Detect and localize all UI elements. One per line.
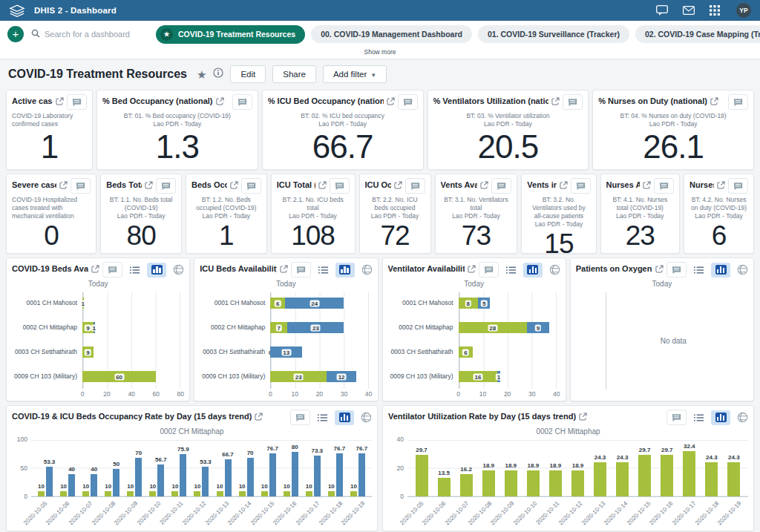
table-view-icon[interactable]: [693, 413, 704, 422]
open-in-app-icon[interactable]: [230, 181, 238, 189]
open-in-app-icon[interactable]: [480, 181, 488, 189]
bar-segment: 16: [459, 371, 498, 382]
open-in-app-icon[interactable]: [655, 265, 664, 273]
bar-chart-icon[interactable]: [335, 263, 355, 278]
stat-card-title: Nurses o...: [689, 180, 714, 189]
open-in-app-icon[interactable]: [560, 181, 568, 189]
subtitle-line: Lao PDR - Today: [191, 212, 261, 220]
open-in-app-icon[interactable]: [91, 265, 99, 273]
open-in-app-icon[interactable]: [394, 181, 402, 189]
favorite-star-icon[interactable]: ★: [197, 69, 206, 80]
x-axis-label: 2020-10-09: [489, 500, 515, 526]
comment-icon[interactable]: [102, 262, 122, 278]
map-view-icon[interactable]: [737, 264, 748, 275]
bar-chart-icon[interactable]: [335, 410, 354, 425]
open-in-app-icon[interactable]: [56, 97, 64, 105]
add-dashboard-button[interactable]: +: [7, 26, 24, 42]
chart-category-row: 0009 CH 103 (Military)2312: [200, 364, 372, 389]
apps-grid-icon[interactable]: [710, 5, 721, 16]
comment-icon[interactable]: [479, 262, 499, 278]
user-avatar[interactable]: YP: [736, 3, 751, 18]
map-view-icon[interactable]: [361, 412, 372, 423]
dashboard-chip-selected[interactable]: ★ COVID-19 Treatment Resources: [156, 25, 305, 44]
bar-segment: 29.7: [416, 455, 428, 496]
open-in-app-icon[interactable]: [579, 413, 587, 421]
bar-group: 32.4: [683, 441, 695, 496]
comment-icon[interactable]: [654, 178, 674, 194]
dashboard-chip[interactable]: 00. COVID-19 Management Dashboard: [311, 25, 472, 43]
open-in-app-icon[interactable]: [387, 97, 395, 105]
chart-title: COVID-19 Beds Availa...: [12, 264, 88, 273]
bar-chart-icon[interactable]: [711, 263, 730, 278]
comment-icon[interactable]: [156, 178, 176, 194]
add-filter-button[interactable]: Add filter▼: [323, 65, 387, 83]
comment-icon[interactable]: [571, 178, 591, 194]
map-view-icon[interactable]: [361, 264, 373, 275]
table-view-icon[interactable]: [693, 266, 704, 275]
dashboard-search[interactable]: [31, 27, 148, 41]
stat-card: Beds Occupie...BT: 1.2. No. Beds occupie…: [186, 174, 267, 254]
bar-chart-icon[interactable]: [711, 410, 730, 425]
open-in-app-icon[interactable]: [59, 181, 68, 189]
stat-card-value: 23: [606, 220, 675, 252]
chart-category-row: 0001 CH Mahosot1: [12, 291, 184, 315]
bar-value-label: 10: [306, 483, 312, 490]
open-in-app-icon[interactable]: [255, 413, 263, 421]
bar-segment: 10: [306, 491, 312, 497]
bar-chart-icon[interactable]: [523, 263, 543, 278]
category-label: 0009 CH 103 (Military): [200, 372, 270, 380]
share-button[interactable]: Share: [272, 65, 316, 83]
mail-icon[interactable]: [683, 5, 695, 16]
comment-icon[interactable]: [728, 178, 748, 194]
open-in-app-icon[interactable]: [643, 181, 651, 189]
stat-card-title: % ICU Bed Occupancy (national): [268, 96, 384, 105]
edit-button[interactable]: Edit: [230, 65, 266, 83]
open-in-app-icon[interactable]: [717, 181, 725, 189]
stat-card-title: Active cases: [12, 96, 53, 105]
info-icon[interactable]: [213, 68, 223, 81]
comment-icon[interactable]: [491, 178, 511, 194]
comment-icon[interactable]: [563, 94, 583, 110]
table-view-icon[interactable]: [505, 266, 517, 275]
map-view-icon[interactable]: [549, 264, 560, 275]
show-more-button[interactable]: Show more: [0, 47, 760, 59]
comment-icon[interactable]: [232, 94, 252, 110]
open-in-app-icon[interactable]: [710, 97, 718, 105]
comment-icon[interactable]: [67, 94, 87, 110]
comment-icon[interactable]: [728, 94, 748, 110]
open-in-app-icon[interactable]: [145, 181, 153, 189]
comment-icon[interactable]: [666, 410, 687, 425]
category-label: 0001 CH Mahosot: [200, 299, 270, 306]
bar-value-label: 18.9: [550, 462, 562, 469]
open-in-app-icon[interactable]: [318, 181, 327, 189]
chart-subtitle: Today: [12, 280, 184, 288]
comment-icon[interactable]: [666, 262, 687, 278]
comment-icon[interactable]: [405, 178, 425, 194]
comment-icon[interactable]: [291, 262, 311, 278]
bar-group: 1050: [105, 441, 119, 496]
table-view-icon[interactable]: [318, 266, 329, 275]
bar-value-label: 9: [535, 324, 541, 331]
open-in-app-icon[interactable]: [216, 97, 224, 105]
table-view-icon[interactable]: [129, 266, 140, 275]
bar-chart-icon[interactable]: [147, 263, 166, 278]
dhis2-logo-icon[interactable]: [0, 4, 34, 17]
comment-icon[interactable]: [398, 94, 418, 110]
comment-icon[interactable]: [71, 178, 91, 194]
map-view-icon[interactable]: [737, 412, 748, 423]
comment-icon[interactable]: [290, 410, 310, 425]
dashboard-search-input[interactable]: [45, 30, 148, 39]
map-view-icon[interactable]: [173, 264, 184, 275]
dashboard-content: Active casesCOVID-19 Laboratory confirme…: [0, 87, 760, 531]
chart-subtitle: Today: [200, 280, 372, 288]
open-in-app-icon[interactable]: [280, 265, 288, 273]
table-view-icon[interactable]: [317, 413, 328, 422]
dashboard-chip[interactable]: 02. COVID-19 Case Mapping (Tracker): [635, 25, 760, 43]
open-in-app-icon[interactable]: [468, 265, 476, 273]
bar-value-label: 66.7: [222, 451, 234, 458]
comment-icon[interactable]: [330, 178, 350, 194]
dashboard-chip[interactable]: 01. COVID-19 Surveillance (Tracker): [478, 25, 629, 43]
interpretations-icon[interactable]: [656, 5, 668, 16]
comment-icon[interactable]: [241, 178, 261, 194]
open-in-app-icon[interactable]: [551, 97, 560, 105]
